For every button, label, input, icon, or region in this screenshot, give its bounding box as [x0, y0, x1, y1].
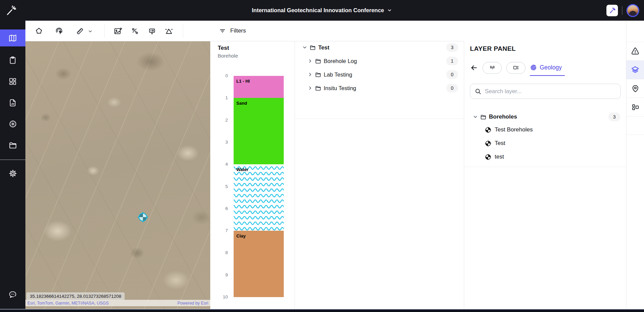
map-attribution-text: Esri, TomTom, Garmin, METI/NASA, USGS [27, 301, 109, 306]
user-avatar[interactable] [626, 4, 639, 17]
depth-tick-label: 4 [210, 162, 228, 167]
clipboard-icon [8, 56, 17, 64]
image-plus-icon [113, 27, 122, 36]
depth-tick-label: 9 [210, 272, 228, 277]
measure-tool[interactable] [76, 27, 84, 36]
bottom-window-bar [0, 309, 644, 312]
back-arrow-icon[interactable] [470, 64, 478, 72]
layer-search[interactable] [470, 84, 621, 99]
tree-row-test[interactable]: Test 3 [295, 41, 464, 54]
layers-icon [631, 65, 640, 74]
depth-tick-label: 10 [210, 294, 228, 299]
radar-cursor-icon [55, 27, 64, 36]
borehole-layer-label: Water [236, 167, 249, 172]
sidebar-item-projects[interactable] [0, 51, 25, 68]
terrain-tool[interactable] [165, 27, 173, 36]
folder-icon [315, 58, 321, 64]
map-icon [8, 34, 17, 43]
sidebar-item-chat[interactable] [0, 286, 25, 303]
borehole-symbol-icon [485, 140, 492, 147]
ruler-icon [76, 27, 84, 36]
depth-tick-label: 3 [210, 140, 228, 145]
project-title-dropdown[interactable]: International Geotechnical Innovation Co… [0, 0, 644, 21]
geology-globe-icon [530, 64, 537, 71]
tree-row-lab-testing[interactable]: Lab Testing 0 [295, 68, 464, 81]
tree-row-label: Insitu Testing [324, 85, 356, 91]
search-layer-input[interactable] [485, 88, 616, 95]
chevron-right-icon[interactable] [307, 85, 313, 91]
signpost-tool[interactable] [148, 27, 156, 36]
folder-icon [315, 85, 321, 91]
folder-icon [315, 71, 321, 78]
app-root: International Geotechnical Innovation Co… [0, 0, 644, 312]
project-title: International Geotechnical Innovation Co… [252, 7, 384, 14]
borehole-layer-sand[interactable]: Sand [234, 98, 284, 164]
layer-item-label: Test Boreholes [495, 126, 533, 133]
borehole-layer-water[interactable]: Water [234, 164, 284, 231]
rail-item-group-objects[interactable] [626, 98, 644, 116]
layer-panel: LAYER PANEL Geology [464, 21, 626, 309]
borehole-layer-label: L1 - HI [236, 79, 250, 84]
measure-tool-dropdown[interactable] [87, 27, 93, 36]
sidebar-item-dashboard[interactable] [0, 73, 25, 90]
layer-item-label: Test [495, 140, 505, 147]
borehole-layer-clay[interactable]: Clay [234, 231, 284, 297]
filters-button[interactable]: Filters [219, 21, 246, 41]
tree-row-borehole-log[interactable]: Borehole Log 1 [295, 54, 464, 68]
folder-icon [8, 141, 17, 150]
sidebar-divider [0, 160, 25, 160]
layer-panel-title: LAYER PANEL [470, 45, 516, 53]
donut-wheel-icon [8, 120, 17, 128]
layer-item-test[interactable]: Test [464, 137, 626, 150]
tree-row-label: Lab Testing [324, 71, 352, 78]
layer-item-test-boreholes[interactable]: Test Boreholes [464, 123, 626, 137]
tab-geology-label: Geology [540, 64, 562, 71]
map-canvas[interactable]: 35.182366614142275, 28.013273268571208 E… [25, 41, 210, 309]
layer-item-test-lower[interactable]: test [464, 150, 626, 164]
rail-item-locations[interactable] [626, 79, 644, 98]
chevron-right-icon[interactable] [307, 58, 313, 64]
depth-tick-label: 8 [210, 250, 228, 255]
sidebar-item-files[interactable] [0, 137, 25, 154]
viewport-toggle-button[interactable] [506, 62, 525, 74]
depth-tick-label: 0 [210, 73, 228, 78]
top-bar: International Geotechnical Innovation Co… [0, 0, 644, 21]
borehole-title: Test [218, 45, 229, 51]
borehole-depth-axis: 012345678910 [210, 76, 228, 304]
topbar-divider [622, 6, 622, 15]
borehole-layer-label: Sand [236, 101, 247, 106]
sidebar-item-lab[interactable] [0, 116, 25, 132]
chevron-down-icon[interactable] [302, 45, 307, 50]
sidebar-item-settings[interactable] [0, 165, 25, 182]
chevron-down-icon[interactable] [473, 114, 478, 120]
top-bar-actions [606, 0, 639, 21]
sidebar-item-reports[interactable] [0, 94, 25, 111]
assistant-wand-button[interactable] [606, 5, 618, 16]
terrain-icon [165, 27, 173, 36]
live-data-toggle-button[interactable] [482, 62, 502, 74]
cross-section-tool[interactable] [131, 27, 139, 36]
tree-row-insitu-testing[interactable]: Insitu Testing 0 [295, 81, 464, 95]
select-radar-tool[interactable] [55, 27, 64, 36]
chat-bubble-icon [8, 290, 17, 299]
chevron-right-icon[interactable] [307, 72, 313, 77]
count-badge: 0 [446, 84, 458, 92]
borehole-layer-l1-hi[interactable]: L1 - HI [234, 76, 284, 98]
alert-triangle-icon [631, 47, 640, 56]
draw-polygon-tool[interactable] [35, 27, 43, 36]
map-borehole-marker[interactable] [137, 211, 149, 223]
rail-item-spacer [626, 116, 644, 135]
layer-panel-controls: Geology [470, 61, 562, 74]
filters-label: Filters [230, 27, 246, 34]
powered-by-esri-link[interactable]: Powered by Esri [177, 301, 208, 306]
layer-group-label: Boreholes [489, 113, 517, 120]
layer-group-boreholes[interactable]: Boreholes 3 [464, 110, 626, 124]
add-image-tool[interactable] [113, 27, 122, 36]
rail-item-alerts[interactable] [626, 42, 644, 60]
sidebar-item-map[interactable] [0, 29, 25, 46]
rail-item-layers[interactable] [626, 60, 644, 79]
count-badge: 1 [446, 57, 458, 65]
file-chart-icon [8, 99, 17, 107]
active-tab-underline [530, 75, 565, 76]
tab-geology[interactable]: Geology [530, 64, 562, 72]
